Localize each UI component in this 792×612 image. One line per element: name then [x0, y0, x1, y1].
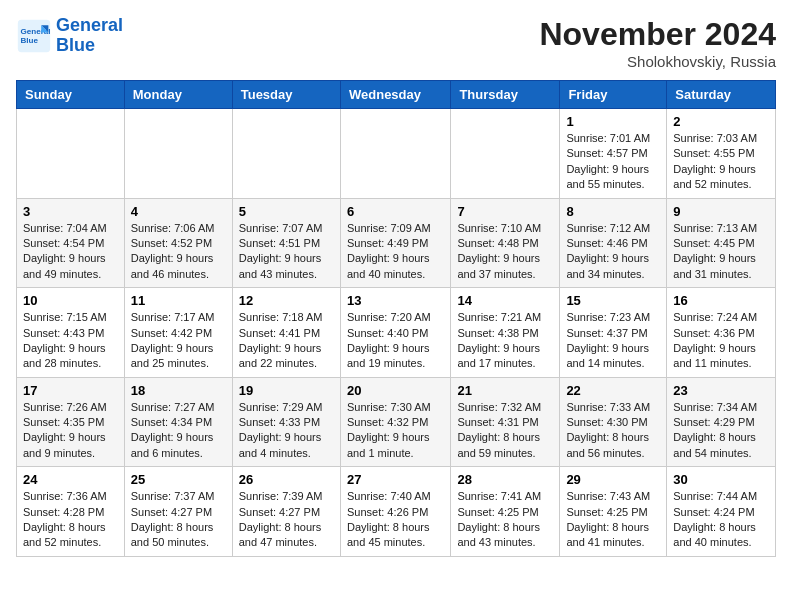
calendar-cell: 13Sunrise: 7:20 AM Sunset: 4:40 PM Dayli… [340, 288, 450, 378]
title-block: November 2024 Sholokhovskiy, Russia [539, 16, 776, 70]
day-number: 26 [239, 472, 334, 487]
weekday-header: Friday [560, 81, 667, 109]
calendar-cell: 20Sunrise: 7:30 AM Sunset: 4:32 PM Dayli… [340, 377, 450, 467]
calendar-cell [232, 109, 340, 199]
day-detail: Sunrise: 7:13 AM Sunset: 4:45 PM Dayligh… [673, 221, 769, 283]
day-number: 23 [673, 383, 769, 398]
page-header: General Blue GeneralBlue November 2024 S… [16, 16, 776, 70]
day-number: 15 [566, 293, 660, 308]
day-number: 28 [457, 472, 553, 487]
day-detail: Sunrise: 7:37 AM Sunset: 4:27 PM Dayligh… [131, 489, 226, 551]
calendar-cell: 1Sunrise: 7:01 AM Sunset: 4:57 PM Daylig… [560, 109, 667, 199]
calendar-cell: 4Sunrise: 7:06 AM Sunset: 4:52 PM Daylig… [124, 198, 232, 288]
day-number: 6 [347, 204, 444, 219]
day-number: 27 [347, 472, 444, 487]
calendar-cell: 22Sunrise: 7:33 AM Sunset: 4:30 PM Dayli… [560, 377, 667, 467]
svg-text:Blue: Blue [21, 36, 39, 45]
weekday-header: Thursday [451, 81, 560, 109]
calendar-week-row: 1Sunrise: 7:01 AM Sunset: 4:57 PM Daylig… [17, 109, 776, 199]
logo: General Blue GeneralBlue [16, 16, 123, 56]
calendar-week-row: 10Sunrise: 7:15 AM Sunset: 4:43 PM Dayli… [17, 288, 776, 378]
day-number: 18 [131, 383, 226, 398]
day-detail: Sunrise: 7:26 AM Sunset: 4:35 PM Dayligh… [23, 400, 118, 462]
day-detail: Sunrise: 7:41 AM Sunset: 4:25 PM Dayligh… [457, 489, 553, 551]
day-detail: Sunrise: 7:44 AM Sunset: 4:24 PM Dayligh… [673, 489, 769, 551]
calendar-cell: 5Sunrise: 7:07 AM Sunset: 4:51 PM Daylig… [232, 198, 340, 288]
day-detail: Sunrise: 7:04 AM Sunset: 4:54 PM Dayligh… [23, 221, 118, 283]
day-number: 19 [239, 383, 334, 398]
day-number: 12 [239, 293, 334, 308]
calendar-table: SundayMondayTuesdayWednesdayThursdayFrid… [16, 80, 776, 557]
day-detail: Sunrise: 7:23 AM Sunset: 4:37 PM Dayligh… [566, 310, 660, 372]
weekday-header: Sunday [17, 81, 125, 109]
day-number: 29 [566, 472, 660, 487]
day-number: 1 [566, 114, 660, 129]
day-number: 2 [673, 114, 769, 129]
calendar-cell [17, 109, 125, 199]
day-detail: Sunrise: 7:20 AM Sunset: 4:40 PM Dayligh… [347, 310, 444, 372]
day-number: 10 [23, 293, 118, 308]
calendar-cell: 6Sunrise: 7:09 AM Sunset: 4:49 PM Daylig… [340, 198, 450, 288]
weekday-header: Monday [124, 81, 232, 109]
calendar-cell: 18Sunrise: 7:27 AM Sunset: 4:34 PM Dayli… [124, 377, 232, 467]
day-number: 22 [566, 383, 660, 398]
day-detail: Sunrise: 7:43 AM Sunset: 4:25 PM Dayligh… [566, 489, 660, 551]
calendar-week-row: 17Sunrise: 7:26 AM Sunset: 4:35 PM Dayli… [17, 377, 776, 467]
day-number: 9 [673, 204, 769, 219]
day-detail: Sunrise: 7:33 AM Sunset: 4:30 PM Dayligh… [566, 400, 660, 462]
day-number: 7 [457, 204, 553, 219]
day-detail: Sunrise: 7:18 AM Sunset: 4:41 PM Dayligh… [239, 310, 334, 372]
day-number: 14 [457, 293, 553, 308]
month-title: November 2024 [539, 16, 776, 53]
day-detail: Sunrise: 7:01 AM Sunset: 4:57 PM Dayligh… [566, 131, 660, 193]
day-number: 11 [131, 293, 226, 308]
weekday-header: Tuesday [232, 81, 340, 109]
day-detail: Sunrise: 7:29 AM Sunset: 4:33 PM Dayligh… [239, 400, 334, 462]
day-detail: Sunrise: 7:10 AM Sunset: 4:48 PM Dayligh… [457, 221, 553, 283]
calendar-cell: 24Sunrise: 7:36 AM Sunset: 4:28 PM Dayli… [17, 467, 125, 557]
calendar-cell: 25Sunrise: 7:37 AM Sunset: 4:27 PM Dayli… [124, 467, 232, 557]
day-number: 16 [673, 293, 769, 308]
weekday-header: Saturday [667, 81, 776, 109]
weekday-header: Wednesday [340, 81, 450, 109]
calendar-cell: 29Sunrise: 7:43 AM Sunset: 4:25 PM Dayli… [560, 467, 667, 557]
day-detail: Sunrise: 7:39 AM Sunset: 4:27 PM Dayligh… [239, 489, 334, 551]
day-number: 8 [566, 204, 660, 219]
calendar-cell: 12Sunrise: 7:18 AM Sunset: 4:41 PM Dayli… [232, 288, 340, 378]
day-detail: Sunrise: 7:27 AM Sunset: 4:34 PM Dayligh… [131, 400, 226, 462]
day-number: 13 [347, 293, 444, 308]
location: Sholokhovskiy, Russia [539, 53, 776, 70]
day-detail: Sunrise: 7:32 AM Sunset: 4:31 PM Dayligh… [457, 400, 553, 462]
day-number: 25 [131, 472, 226, 487]
calendar-cell: 23Sunrise: 7:34 AM Sunset: 4:29 PM Dayli… [667, 377, 776, 467]
day-number: 4 [131, 204, 226, 219]
calendar-cell: 15Sunrise: 7:23 AM Sunset: 4:37 PM Dayli… [560, 288, 667, 378]
calendar-cell: 7Sunrise: 7:10 AM Sunset: 4:48 PM Daylig… [451, 198, 560, 288]
day-detail: Sunrise: 7:09 AM Sunset: 4:49 PM Dayligh… [347, 221, 444, 283]
calendar-cell: 3Sunrise: 7:04 AM Sunset: 4:54 PM Daylig… [17, 198, 125, 288]
day-number: 17 [23, 383, 118, 398]
day-detail: Sunrise: 7:30 AM Sunset: 4:32 PM Dayligh… [347, 400, 444, 462]
calendar-cell: 2Sunrise: 7:03 AM Sunset: 4:55 PM Daylig… [667, 109, 776, 199]
day-detail: Sunrise: 7:40 AM Sunset: 4:26 PM Dayligh… [347, 489, 444, 551]
day-detail: Sunrise: 7:12 AM Sunset: 4:46 PM Dayligh… [566, 221, 660, 283]
calendar-cell: 21Sunrise: 7:32 AM Sunset: 4:31 PM Dayli… [451, 377, 560, 467]
logo-name: GeneralBlue [56, 16, 123, 56]
calendar-cell: 8Sunrise: 7:12 AM Sunset: 4:46 PM Daylig… [560, 198, 667, 288]
calendar-week-row: 3Sunrise: 7:04 AM Sunset: 4:54 PM Daylig… [17, 198, 776, 288]
day-number: 30 [673, 472, 769, 487]
day-number: 3 [23, 204, 118, 219]
logo-icon: General Blue [16, 18, 52, 54]
day-number: 20 [347, 383, 444, 398]
day-number: 21 [457, 383, 553, 398]
day-detail: Sunrise: 7:03 AM Sunset: 4:55 PM Dayligh… [673, 131, 769, 193]
calendar-cell: 26Sunrise: 7:39 AM Sunset: 4:27 PM Dayli… [232, 467, 340, 557]
calendar-cell: 19Sunrise: 7:29 AM Sunset: 4:33 PM Dayli… [232, 377, 340, 467]
day-detail: Sunrise: 7:21 AM Sunset: 4:38 PM Dayligh… [457, 310, 553, 372]
calendar-cell: 11Sunrise: 7:17 AM Sunset: 4:42 PM Dayli… [124, 288, 232, 378]
day-detail: Sunrise: 7:07 AM Sunset: 4:51 PM Dayligh… [239, 221, 334, 283]
calendar-cell [451, 109, 560, 199]
calendar-cell [124, 109, 232, 199]
calendar-cell: 30Sunrise: 7:44 AM Sunset: 4:24 PM Dayli… [667, 467, 776, 557]
day-detail: Sunrise: 7:24 AM Sunset: 4:36 PM Dayligh… [673, 310, 769, 372]
